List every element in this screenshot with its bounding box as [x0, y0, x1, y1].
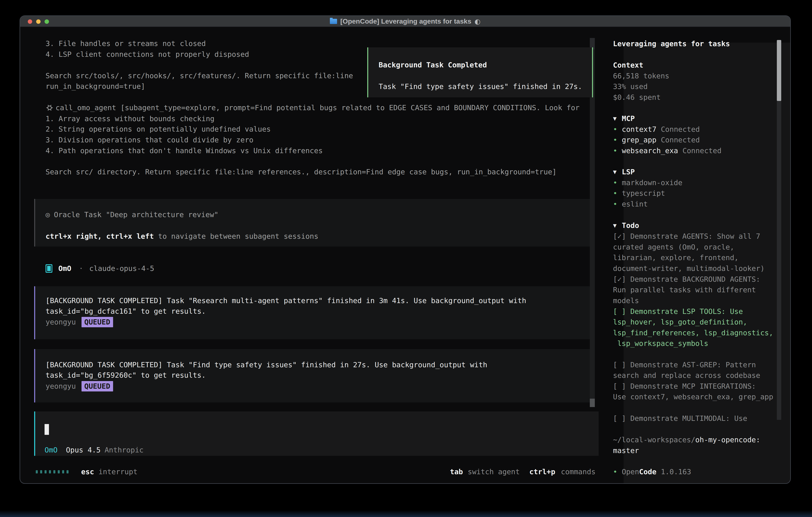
todo-line-active: lsp_hover, lsp_goto_definition, [613, 317, 747, 327]
esc-key-hint: esc [81, 466, 94, 477]
chevron-down-icon: ▼ [613, 166, 622, 177]
lsp-item: • typescript [613, 188, 665, 199]
scrollback-line: 4. LSP client connections not properly d… [46, 49, 249, 60]
notification-body: Task "Find type safety issues" finished … [379, 81, 582, 92]
separator: · [79, 263, 83, 274]
todo-line: Use context7, websearch_exa, grep_app [613, 391, 773, 402]
minimize-window-button[interactable] [36, 19, 40, 24]
tool-call-line: call_omo_agent [subagent_type=explore, p… [46, 102, 580, 113]
tool-call-text: call_omo_agent [subagent_type=explore, p… [56, 102, 580, 113]
scrollback-line: 3. File handles or streams not closed [46, 38, 206, 49]
chevron-down-icon: ▼ [613, 113, 622, 124]
task-user: yeongyu [46, 317, 76, 327]
titlebar: [OpenCode] Leveraging agents for tasks ◐ [20, 16, 790, 27]
workspace-path: ~/local-workspaces/oh-my-opencode: [613, 434, 760, 445]
notification-title: Background Task Completed [379, 60, 487, 71]
status-dot-icon: • [613, 177, 622, 188]
mcp-item: • websearch_exa Connected [613, 145, 722, 156]
status-dot-icon: • [613, 145, 622, 156]
status-dot-icon: • [613, 188, 622, 199]
lsp-item: • eslint [613, 199, 648, 210]
statusbar-right: tab switch agent ctrl+p commands [450, 466, 596, 477]
todo-line-active: lsp_workspace_symbols [613, 338, 708, 349]
input-provider-name: Anthropic [105, 445, 143, 456]
task-message-line: task_id="bg_6f59260c" to get results. [46, 370, 206, 381]
oracle-task-title: ◎ Oracle Task "Deep architecture review" [46, 209, 219, 220]
todo-line: [✓] Demonstrate AGENTS: Show all 7 [613, 231, 760, 242]
statusbar-left: esc interrupt [81, 466, 138, 477]
chevron-down-icon: ▼ [613, 220, 622, 231]
loading-spinner-icon: ◐ [474, 18, 481, 25]
sidebar-scrollbar-track[interactable] [777, 101, 781, 420]
agent-header: OmO · claude-opus-4-5 [46, 263, 154, 274]
context-tokens: 66,518 tokens [613, 71, 669, 81]
mcp-section-header[interactable]: ▼ MCP [613, 113, 635, 124]
todo-line: [✓] Demonstrate BACKGROUND AGENTS: [613, 274, 760, 285]
scrollback-line: run_in_background=true] [46, 81, 145, 92]
todo-section-header[interactable]: ▼ Todo [613, 220, 639, 231]
activity-spinner-dots [36, 470, 68, 473]
close-window-button[interactable] [28, 19, 32, 24]
oracle-shortcut-hint: ctrl+x right, ctrl+x left to navigate be… [46, 231, 318, 242]
ctrl-p-key-hint: ctrl+p [529, 466, 555, 477]
status-dot-icon: • [613, 135, 622, 145]
oracle-icon: ◎ [46, 209, 50, 220]
todo-line: curated agents (OmO, oracle, [613, 242, 734, 252]
agent-name: OmO [58, 263, 71, 274]
scrollback-line: 4. Path operations that don't handle Win… [46, 145, 323, 156]
omo-agent-icon [46, 264, 52, 273]
model-indicator: OmO Opus 4.5 Anthropic [45, 445, 144, 456]
desktop-edge-glow [0, 510, 812, 517]
todo-line: models [613, 295, 639, 306]
mcp-item: • context7 Connected [613, 124, 700, 135]
context-header: Context [613, 60, 643, 71]
session-title: Leveraging agents for tasks [613, 38, 730, 49]
todo-line: Run parallel tasks with different [613, 284, 756, 295]
sidebar-scrollbar-thumb[interactable] [777, 40, 781, 101]
status-dot-icon: • [613, 466, 622, 477]
todo-line: document-writer, multimodal-looker) [613, 263, 765, 274]
scrollback-line: 3. Division operations that could divide… [46, 135, 253, 145]
scrollback-line: Search src/tools/, src/hooks/, src/featu… [46, 71, 353, 81]
context-used: 33% used [613, 81, 647, 92]
lsp-item: • markdown-oxide [613, 177, 682, 188]
todo-line: search and replace across codebase [613, 370, 760, 381]
zoom-window-button[interactable] [45, 19, 49, 24]
mcp-item: • grep_app Connected [613, 135, 700, 145]
status-badge: QUEUED [82, 317, 113, 327]
context-spent: $0.46 spent [613, 92, 661, 103]
status-badge: QUEUED [82, 381, 113, 391]
text-cursor [45, 424, 49, 435]
tab-key-hint: tab [450, 466, 463, 477]
task-message-line: [BACKGROUND TASK COMPLETED] Task "Find t… [46, 359, 487, 370]
task-user: yeongyu [46, 381, 76, 392]
window-title: [OpenCode] Leveraging agents for tasks [340, 18, 471, 25]
todo-line: [ ] Demonstrate MCP INTEGRATIONS: [613, 381, 756, 392]
task-message-meta: yeongyu QUEUED [46, 317, 113, 327]
scrollback-line: 1. Array access without bounds checking [46, 113, 214, 124]
folder-icon [330, 19, 337, 24]
task-message-meta: yeongyu QUEUED [46, 381, 113, 392]
scrollback-line: 2. String operations on potentially unde… [46, 124, 271, 135]
status-dot-icon: • [613, 199, 622, 210]
input-model-name: Opus 4.5 [66, 445, 100, 456]
lsp-section-header[interactable]: ▼ LSP [613, 166, 635, 177]
main-scrollbar-thumb[interactable] [590, 399, 595, 407]
status-dot-icon: • [613, 124, 622, 135]
agent-model: claude-opus-4-5 [89, 263, 154, 274]
todo-line-active: lsp_find_references, lsp_diagnostics, [613, 327, 773, 338]
scrollback-line: Search src/ directory. Return specific f… [46, 166, 557, 177]
task-message-line: [BACKGROUND TASK COMPLETED] Task "Resear… [46, 295, 526, 306]
input-agent-name: OmO [45, 445, 58, 456]
app-version: • OpenCode 1.0.163 [613, 466, 691, 477]
git-branch: master [613, 445, 639, 456]
todo-line: [ ] Demonstrate AST-GREP: Pattern [613, 359, 756, 370]
todo-line: [ ] Demonstrate MULTIMODAL: Use [613, 413, 747, 424]
task-message-line: task_id="bg_dcfac161" to get results. [46, 306, 206, 317]
todo-line-active: [ ] Demonstrate LSP TOOLS: Use [613, 306, 743, 317]
gear-icon [46, 104, 54, 112]
todo-line: librarian, explore, frontend, [613, 252, 739, 263]
